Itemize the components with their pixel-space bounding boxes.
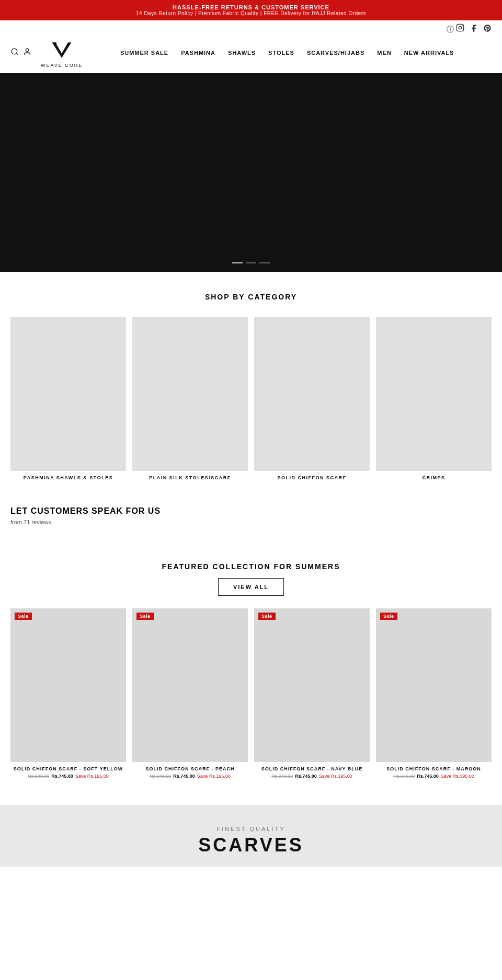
reviews-divider xyxy=(10,536,492,536)
svg-point-5 xyxy=(26,49,28,51)
banner-subtitle: 14 Days Return Policy | Premium Fabric Q… xyxy=(8,10,494,16)
top-banner: HASSLE-FREE RETURNS & CUSTOMER SERVICE 1… xyxy=(0,0,502,20)
price-sale-1: Rs.745.00 xyxy=(173,774,195,779)
price-original-1: Rs.940.00 xyxy=(150,774,171,779)
product-card-1[interactable]: Sale SOLID CHIFFON SCARF - PEACH Rs.940.… xyxy=(132,608,248,779)
view-all-button[interactable]: VIEW ALL xyxy=(218,578,284,596)
search-icon[interactable] xyxy=(10,48,19,58)
product-name-2: SOLID CHIFFON SCARF - NAVY BLUE xyxy=(254,766,370,771)
nav-men[interactable]: MEN xyxy=(377,50,391,56)
category-img-pashmina xyxy=(10,317,126,471)
product-card-3[interactable]: Sale SOLID CHIFFON SCARF - MAROON Rs.940… xyxy=(376,608,492,779)
logo-area[interactable]: weave core xyxy=(41,38,83,68)
svg-line-4 xyxy=(16,53,18,55)
featured-section: FEATURED COLLECTION FOR SUMMERS VIEW ALL… xyxy=(0,541,502,790)
logo-icon xyxy=(50,38,74,62)
category-img-chiffon xyxy=(254,317,370,471)
product-prices-1: Rs.940.00 Rs.745.00 Save Rs.195.00 xyxy=(132,774,248,779)
price-save-1: Save Rs.195.00 xyxy=(197,774,231,779)
category-grid: PASHMINA SHAWLS & STOLES PLAIN SILK STOL… xyxy=(0,312,502,491)
view-all-wrapper: VIEW ALL xyxy=(10,578,492,596)
banner-title: HASSLE-FREE RETURNS & CUSTOMER SERVICE xyxy=(8,4,494,10)
products-grid: Sale SOLID CHIFFON SCARF - SOFT YELLOW R… xyxy=(10,608,492,779)
category-item-silk[interactable]: PLAIN SILK STOLES/SCARF xyxy=(132,317,248,480)
product-name-1: SOLID CHIFFON SCARF - PEACH xyxy=(132,766,248,771)
price-save-0: Save Rs.195.00 xyxy=(75,774,109,779)
account-icon[interactable] xyxy=(23,48,31,58)
product-img-1: Sale xyxy=(132,608,248,763)
price-sale-0: Rs.745.00 xyxy=(51,774,73,779)
hero-dots xyxy=(232,262,270,263)
product-prices-0: Rs.940.00 Rs.745.00 Save Rs.195.00 xyxy=(10,774,126,779)
product-name-0: SOLID CHIFFON SCARF - SOFT YELLOW xyxy=(10,766,126,771)
header-left: weave core xyxy=(10,38,83,68)
hero-banner[interactable] xyxy=(0,73,502,272)
reviews-title: LET CUSTOMERS SPEAK FOR US xyxy=(10,506,492,516)
hero-dot-3[interactable] xyxy=(259,262,270,263)
price-save-2: Save Rs.195.00 xyxy=(319,774,352,779)
featured-title: FEATURED COLLECTION FOR SUMMERS xyxy=(10,562,492,571)
sale-badge-1: Sale xyxy=(136,613,154,620)
pinterest-icon[interactable] xyxy=(483,24,492,34)
facebook-icon[interactable] xyxy=(470,24,478,34)
svg-point-2 xyxy=(462,25,463,26)
svg-rect-7 xyxy=(54,42,57,44)
product-prices-2: Rs.940.00 Rs.745.00 Save Rs.195.00 xyxy=(254,774,370,779)
header: weave core SUMMER SALE PASHMINA SHAWLS S… xyxy=(0,38,502,73)
reviews-section: LET CUSTOMERS SPEAK FOR US from 71 revie… xyxy=(0,491,502,541)
category-img-crimps xyxy=(376,317,492,471)
reviews-count: from 71 reviews xyxy=(10,519,492,525)
instagram-icon[interactable]: ⓘ xyxy=(447,24,464,34)
category-item-crimps[interactable]: CRIMPS xyxy=(376,317,492,480)
nav-shawls[interactable]: SHAWLS xyxy=(228,50,256,56)
svg-point-1 xyxy=(459,26,461,29)
hero-dot-2[interactable] xyxy=(246,262,256,263)
footer-teaser: FINEST QUALITY SCARVES xyxy=(0,805,502,867)
social-row: ⓘ xyxy=(0,20,502,38)
product-prices-3: Rs.940.00 Rs.745.00 Save Rs.195.00 xyxy=(376,774,492,779)
category-label-chiffon: SOLID CHIFFON SCARF xyxy=(278,475,347,480)
logo-text: weave core xyxy=(41,63,83,68)
sale-badge-2: Sale xyxy=(258,613,276,620)
svg-marker-6 xyxy=(52,42,72,57)
product-card-0[interactable]: Sale SOLID CHIFFON SCARF - SOFT YELLOW R… xyxy=(10,608,126,779)
nav-summer-sale[interactable]: SUMMER SALE xyxy=(120,50,168,56)
price-original-3: Rs.940.00 xyxy=(393,774,415,779)
nav-pashmina[interactable]: PASHMINA xyxy=(181,50,215,56)
hero-dot-1[interactable] xyxy=(232,262,243,263)
category-section-title: SHOP BY CATEGORY xyxy=(0,272,502,312)
product-img-3: Sale xyxy=(376,608,492,763)
nav-new-arrivals[interactable]: NEW ARRIVALS xyxy=(404,50,454,56)
product-name-3: SOLID CHIFFON SCARF - MAROON xyxy=(376,766,492,771)
product-card-2[interactable]: Sale SOLID CHIFFON SCARF - NAVY BLUE Rs.… xyxy=(254,608,370,779)
category-item-pashmina[interactable]: PASHMINA SHAWLS & STOLES xyxy=(10,317,126,480)
main-nav: SUMMER SALE PASHMINA SHAWLS STOLES SCARV… xyxy=(83,50,492,56)
category-label-crimps: CRIMPS xyxy=(422,475,445,480)
nav-stoles[interactable]: STOLES xyxy=(268,50,294,56)
price-save-3: Save Rs.195.00 xyxy=(441,774,474,779)
nav-scarves-hijabs[interactable]: SCARVES/HIJABS xyxy=(307,50,364,56)
footer-main: SCARVES xyxy=(10,834,492,856)
price-original-2: Rs.940.00 xyxy=(271,774,293,779)
svg-rect-0 xyxy=(457,24,463,31)
price-original-0: Rs.940.00 xyxy=(28,774,49,779)
category-img-silk xyxy=(132,317,248,471)
category-item-chiffon[interactable]: SOLID CHIFFON SCARF xyxy=(254,317,370,480)
footer-sub: FINEST QUALITY xyxy=(10,826,492,832)
sale-badge-3: Sale xyxy=(380,613,397,620)
price-sale-2: Rs.745.00 xyxy=(295,774,317,779)
price-sale-3: Rs.745.00 xyxy=(417,774,439,779)
sale-badge-0: Sale xyxy=(15,613,32,620)
svg-point-3 xyxy=(12,49,17,54)
product-img-0: Sale xyxy=(10,608,126,763)
category-label-silk: PLAIN SILK STOLES/SCARF xyxy=(149,475,231,480)
category-label-pashmina: PASHMINA SHAWLS & STOLES xyxy=(24,475,113,480)
product-img-2: Sale xyxy=(254,608,370,763)
